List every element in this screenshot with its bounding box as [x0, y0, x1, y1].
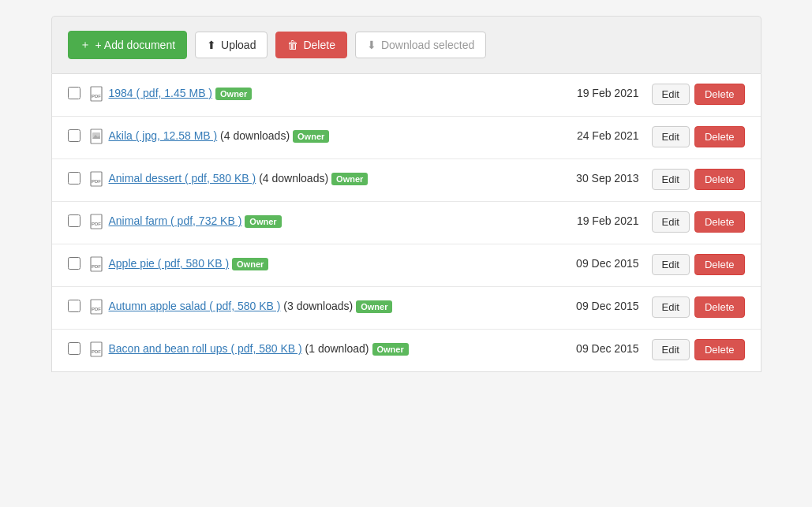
trash-icon: 🗑 — [287, 39, 298, 51]
owner-badge: Owner — [372, 343, 409, 356]
pdf-icon: PDF — [90, 299, 103, 318]
edit-button[interactable]: Edit — [652, 211, 690, 233]
svg-text:PDF: PDF — [92, 222, 101, 226]
owner-badge: Owner — [215, 88, 252, 100]
svg-text:PDF: PDF — [92, 307, 101, 311]
document-list: PDF 1984 ( pdf, 1.45 MB )Owner19 Feb 202… — [51, 74, 761, 372]
doc-name-link[interactable]: Bacon and bean roll ups ( pdf, 580 KB ) — [109, 342, 302, 355]
plus-icon: ＋ — [80, 38, 91, 52]
edit-button[interactable]: Edit — [652, 339, 690, 360]
upload-icon: ⬆ — [207, 39, 216, 51]
doc-actions: EditDelete — [652, 126, 745, 147]
svg-text:PDF: PDF — [92, 264, 101, 269]
edit-button[interactable]: Edit — [652, 296, 690, 318]
pdf-icon: PDF — [90, 341, 103, 360]
owner-badge: Owner — [356, 300, 392, 313]
doc-actions: EditDelete — [652, 296, 745, 318]
edit-button[interactable]: Edit — [652, 126, 690, 147]
doc-downloads: (1 download) — [302, 342, 369, 355]
upload-button[interactable]: ⬆ Upload — [195, 32, 268, 58]
doc-info: Animal farm ( pdf, 732 KB )Owner — [109, 213, 552, 229]
table-row: PDF Autumn apple salad ( pdf, 580 KB ) (… — [52, 287, 761, 330]
delete-row-button[interactable]: Delete — [694, 169, 745, 190]
doc-name-link[interactable]: Animal dessert ( pdf, 580 KB ) — [109, 172, 256, 185]
owner-badge: Owner — [245, 215, 281, 228]
doc-date: 09 Dec 2015 — [552, 342, 639, 355]
svg-text:PDF: PDF — [92, 94, 101, 99]
row-checkbox[interactable] — [68, 342, 80, 355]
doc-date: 30 Sep 2013 — [552, 172, 639, 185]
doc-name-link[interactable]: Autumn apple salad ( pdf, 580 KB ) — [109, 300, 281, 312]
doc-actions: EditDelete — [652, 254, 745, 275]
pdf-icon: PDF — [90, 256, 103, 275]
delete-row-button[interactable]: Delete — [694, 211, 745, 233]
doc-info: Apple pie ( pdf, 580 KB )Owner — [109, 255, 552, 272]
main-container: ＋ + Add document ⬆ Upload 🗑 Delete ⬇ Dow… — [51, 16, 761, 372]
doc-actions: EditDelete — [652, 339, 745, 360]
doc-info: Animal dessert ( pdf, 580 KB ) (4 downlo… — [109, 170, 552, 187]
table-row: PDF Bacon and bean roll ups ( pdf, 580 K… — [52, 330, 761, 371]
doc-actions: EditDelete — [652, 211, 745, 233]
doc-actions: EditDelete — [652, 84, 745, 105]
row-checkbox[interactable] — [68, 129, 80, 142]
doc-date: 24 Feb 2021 — [552, 129, 639, 142]
doc-downloads: (4 downloads) — [217, 129, 290, 142]
edit-button[interactable]: Edit — [652, 254, 690, 275]
table-row: PDF Animal dessert ( pdf, 580 KB ) (4 do… — [52, 159, 761, 202]
doc-actions: EditDelete — [652, 169, 745, 190]
owner-badge: Owner — [293, 130, 329, 143]
delete-row-button[interactable]: Delete — [694, 339, 745, 360]
owner-badge: Owner — [232, 258, 268, 270]
add-document-button[interactable]: ＋ + Add document — [68, 31, 188, 59]
doc-date: 19 Feb 2021 — [552, 214, 639, 227]
doc-info: 1984 ( pdf, 1.45 MB )Owner — [109, 85, 552, 102]
doc-date: 09 Dec 2015 — [552, 257, 639, 270]
doc-name-link[interactable]: Apple pie ( pdf, 580 KB ) — [109, 257, 230, 270]
delete-row-button[interactable]: Delete — [694, 254, 745, 275]
edit-button[interactable]: Edit — [652, 84, 690, 105]
download-icon: ⬇ — [367, 39, 376, 51]
image-icon — [90, 129, 103, 147]
row-checkbox[interactable] — [68, 300, 80, 312]
download-selected-button[interactable]: ⬇ Download selected — [355, 32, 486, 58]
table-row: Akila ( jpg, 12.58 MB ) (4 downloads)Own… — [52, 117, 761, 159]
pdf-icon: PDF — [90, 171, 103, 190]
doc-name-link[interactable]: 1984 ( pdf, 1.45 MB ) — [109, 87, 213, 99]
delete-row-button[interactable]: Delete — [694, 84, 745, 105]
pdf-icon: PDF — [90, 214, 103, 233]
doc-name-link[interactable]: Akila ( jpg, 12.58 MB ) — [109, 129, 218, 142]
doc-info: Bacon and bean roll ups ( pdf, 580 KB ) … — [109, 341, 552, 357]
delete-button[interactable]: 🗑 Delete — [275, 32, 346, 58]
toolbar: ＋ + Add document ⬆ Upload 🗑 Delete ⬇ Dow… — [51, 16, 761, 74]
doc-name-link[interactable]: Animal farm ( pdf, 732 KB ) — [109, 214, 242, 227]
doc-downloads: (4 downloads) — [256, 172, 328, 185]
svg-text:PDF: PDF — [92, 349, 101, 354]
pdf-icon: PDF — [90, 86, 103, 105]
row-checkbox[interactable] — [68, 257, 80, 270]
delete-row-button[interactable]: Delete — [694, 296, 745, 318]
svg-text:PDF: PDF — [92, 179, 101, 184]
doc-info: Autumn apple salad ( pdf, 580 KB ) (3 do… — [109, 298, 552, 315]
owner-badge: Owner — [331, 173, 368, 185]
table-row: PDF Apple pie ( pdf, 580 KB )Owner09 Dec… — [52, 244, 761, 287]
doc-date: 09 Dec 2015 — [552, 300, 639, 312]
table-row: PDF Animal farm ( pdf, 732 KB )Owner19 F… — [52, 202, 761, 244]
doc-date: 19 Feb 2021 — [552, 87, 639, 99]
edit-button[interactable]: Edit — [652, 169, 690, 190]
row-checkbox[interactable] — [68, 172, 80, 185]
row-checkbox[interactable] — [68, 87, 80, 99]
row-checkbox[interactable] — [68, 214, 80, 227]
doc-info: Akila ( jpg, 12.58 MB ) (4 downloads)Own… — [109, 128, 552, 144]
delete-row-button[interactable]: Delete — [694, 126, 745, 147]
doc-downloads: (3 downloads) — [280, 300, 353, 312]
table-row: PDF 1984 ( pdf, 1.45 MB )Owner19 Feb 202… — [52, 74, 761, 117]
